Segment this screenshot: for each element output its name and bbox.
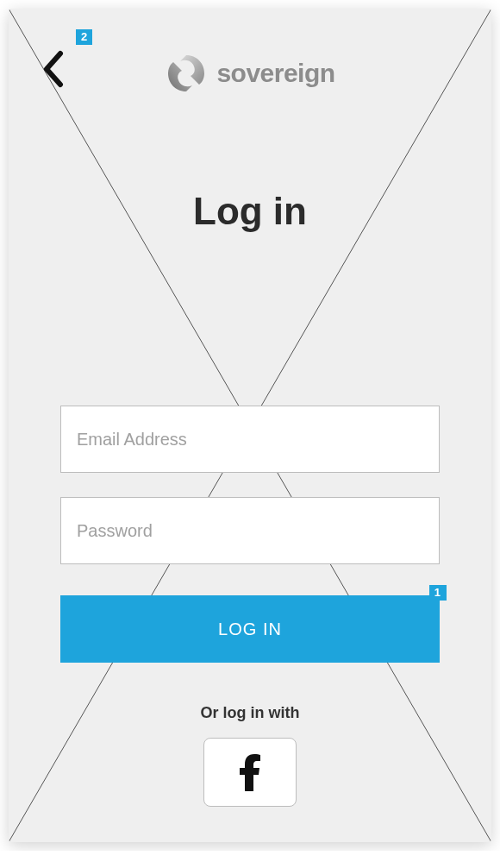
login-button[interactable]: LOG IN 1 — [60, 595, 440, 663]
facebook-login-button[interactable] — [203, 738, 297, 807]
facebook-icon — [239, 753, 261, 791]
password-field[interactable] — [60, 497, 440, 564]
brand-name: sovereign — [216, 59, 334, 88]
sovereign-logo-icon — [165, 52, 208, 95]
back-button[interactable] — [41, 50, 66, 91]
annotation-badge-back: 2 — [76, 29, 92, 45]
app-screen: 2 sov — [9, 9, 491, 842]
login-button-label: LOG IN — [218, 620, 282, 638]
login-form: LOG IN 1 Or log in with — [9, 406, 491, 807]
header: sovereign — [9, 9, 491, 95]
chevron-left-icon — [41, 50, 66, 88]
alt-login-section: Or log in with — [60, 704, 440, 807]
page-title: Log in — [9, 190, 491, 233]
email-field[interactable] — [60, 406, 440, 473]
annotation-badge-login: 1 — [429, 585, 447, 601]
brand-logo: sovereign — [165, 52, 334, 95]
alt-login-label: Or log in with — [60, 704, 440, 722]
